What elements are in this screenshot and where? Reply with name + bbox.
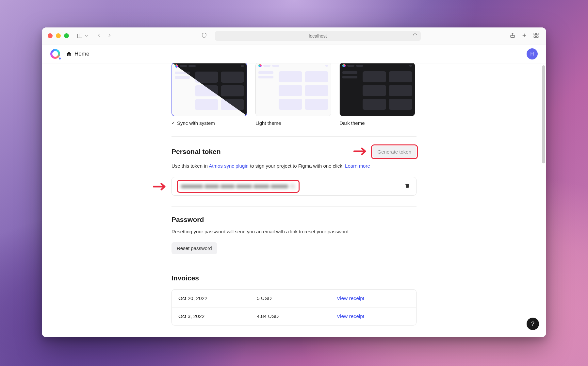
divider bbox=[172, 265, 416, 265]
token-container bbox=[172, 177, 416, 196]
new-tab-icon[interactable] bbox=[521, 32, 527, 40]
home-link[interactable]: Home bbox=[66, 51, 89, 57]
share-icon[interactable] bbox=[510, 32, 515, 40]
minimize-window-button[interactable] bbox=[56, 33, 61, 38]
address-text: localhost bbox=[309, 33, 327, 39]
check-icon: ✓ bbox=[172, 121, 175, 125]
svg-rect-6 bbox=[537, 33, 538, 35]
token-field[interactable] bbox=[178, 181, 299, 192]
copy-icon[interactable] bbox=[290, 183, 295, 189]
sidebar-toggle-button[interactable] bbox=[77, 33, 89, 39]
generate-token-button[interactable]: Generate token bbox=[372, 146, 416, 158]
personal-token-heading: Personal token bbox=[172, 148, 221, 156]
theme-option-sync[interactable]: ✓Sync with system bbox=[172, 63, 247, 126]
plugin-link[interactable]: Atmos sync plugin bbox=[209, 163, 249, 169]
svg-rect-0 bbox=[77, 34, 82, 38]
app-header: Home H bbox=[42, 44, 546, 63]
theme-option-dark[interactable]: Dark theme bbox=[339, 63, 415, 126]
help-button[interactable]: ? bbox=[527, 318, 539, 330]
password-heading: Password bbox=[172, 216, 416, 224]
theme-option-light[interactable]: Light theme bbox=[255, 63, 331, 126]
divider bbox=[172, 206, 416, 207]
view-receipt-link[interactable]: View receipt bbox=[337, 295, 364, 301]
forward-button[interactable] bbox=[106, 32, 112, 40]
reset-password-button[interactable]: Reset password bbox=[172, 242, 217, 254]
browser-window: localhost Home H Choose how Atmos looks … bbox=[42, 27, 546, 337]
invoices-heading: Invoices bbox=[172, 274, 416, 282]
theme-options: ✓Sync with system Light theme bbox=[172, 63, 416, 126]
titlebar: localhost bbox=[42, 27, 546, 44]
table-row: Oct 3, 2022 4.84 USD View receipt bbox=[172, 307, 416, 325]
home-label: Home bbox=[74, 51, 89, 57]
token-description: Use this token in Atmos sync plugin to s… bbox=[172, 162, 416, 170]
privacy-shield-icon[interactable] bbox=[201, 32, 207, 40]
tab-overview-icon[interactable] bbox=[533, 32, 539, 40]
window-controls bbox=[48, 33, 69, 38]
svg-rect-5 bbox=[534, 33, 535, 35]
annotation-arrow-icon bbox=[353, 147, 368, 156]
app-logo[interactable] bbox=[50, 49, 60, 59]
close-window-button[interactable] bbox=[48, 33, 53, 38]
back-button[interactable] bbox=[96, 32, 102, 40]
annotation-arrow-icon bbox=[153, 182, 167, 191]
delete-token-button[interactable] bbox=[404, 183, 410, 190]
avatar[interactable]: H bbox=[527, 48, 538, 59]
svg-rect-7 bbox=[534, 36, 535, 37]
invoices-table: Oct 20, 2022 5 USD View receipt Oct 3, 2… bbox=[172, 289, 416, 325]
table-row: Oct 20, 2022 5 USD View receipt bbox=[172, 290, 416, 307]
svg-rect-8 bbox=[537, 36, 538, 37]
divider bbox=[172, 136, 416, 137]
password-description: Resetting your password will send you an… bbox=[172, 228, 416, 236]
view-receipt-link[interactable]: View receipt bbox=[337, 313, 364, 319]
learn-more-link[interactable]: Learn more bbox=[345, 163, 370, 169]
zoom-window-button[interactable] bbox=[64, 33, 69, 38]
home-icon bbox=[66, 51, 72, 57]
reload-icon[interactable] bbox=[413, 33, 417, 39]
address-bar[interactable]: localhost bbox=[215, 31, 421, 41]
